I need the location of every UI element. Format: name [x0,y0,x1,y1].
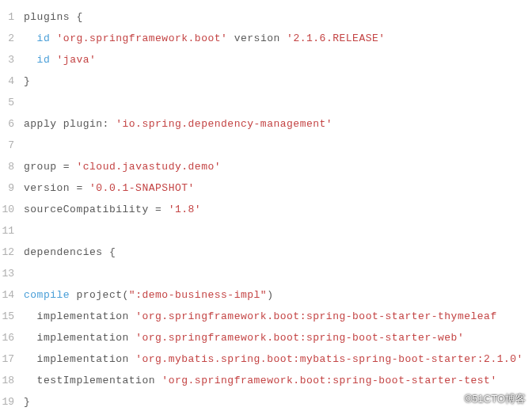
line-number: 13 [0,263,24,284]
line-number: 19 [0,391,24,411]
code-content: id 'org.springframework.boot' version '2… [24,28,386,49]
code-line: 19 } [0,391,532,411]
code-line: 11 [0,220,532,242]
line-number: 5 [0,92,24,113]
code-content: testImplementation 'org.springframework.… [24,370,497,391]
code-line: 3 id 'java' [0,49,532,70]
code-line: 13 [0,263,532,284]
code-content: } [24,391,30,411]
code-line: 10 sourceCompatibility = '1.8' [0,199,532,220]
line-number: 11 [0,220,24,242]
code-line: 14 compile project(":demo-business-impl"… [0,284,532,306]
code-line: 16 implementation 'org.springframework.b… [0,327,532,348]
line-number: 6 [0,113,24,135]
line-number: 9 [0,177,24,199]
line-number: 18 [0,370,24,391]
line-number: 8 [0,156,24,177]
code-line: 5 [0,92,532,113]
code-content: implementation 'org.mybatis.spring.boot:… [24,348,523,370]
code-line: 7 [0,135,532,156]
code-content: id 'java' [24,49,96,70]
code-line: 12 dependencies { [0,242,532,263]
code-content: sourceCompatibility = '1.8' [24,199,201,220]
line-number: 16 [0,327,24,348]
code-line: 9 version = '0.0.1-SNAPSHOT' [0,177,532,199]
code-content: implementation 'org.springframework.boot… [24,306,497,327]
watermark: ©51CTO博客 [465,392,526,406]
code-content: apply plugin: 'io.spring.dependency-mana… [24,113,332,135]
code-line: 18 testImplementation 'org.springframewo… [0,370,532,391]
line-number: 10 [0,199,24,220]
code-line: 4 } [0,70,532,92]
line-number: 14 [0,284,24,306]
line-number: 4 [0,70,24,92]
line-number: 7 [0,135,24,156]
code-content: plugins { [24,6,83,28]
code-block: 1 plugins { 2 id 'org.springframework.bo… [0,0,532,411]
line-number: 2 [0,28,24,49]
code-content: group = 'cloud.javastudy.demo' [24,156,221,177]
code-line: 2 id 'org.springframework.boot' version … [0,28,532,49]
code-content: dependencies { [24,242,116,263]
line-number: 17 [0,348,24,370]
line-number: 3 [0,49,24,70]
code-line: 8 group = 'cloud.javastudy.demo' [0,156,532,177]
code-line: 15 implementation 'org.springframework.b… [0,306,532,327]
code-line: 17 implementation 'org.mybatis.spring.bo… [0,348,532,370]
code-content: implementation 'org.springframework.boot… [24,327,464,348]
line-number: 12 [0,242,24,263]
code-line: 6 apply plugin: 'io.spring.dependency-ma… [0,113,532,135]
code-content: } [24,70,30,92]
code-line: 1 plugins { [0,6,532,28]
line-number: 15 [0,306,24,327]
code-content: version = '0.0.1-SNAPSHOT' [24,177,195,199]
line-number: 1 [0,6,24,28]
code-content: compile project(":demo-business-impl") [24,284,273,306]
